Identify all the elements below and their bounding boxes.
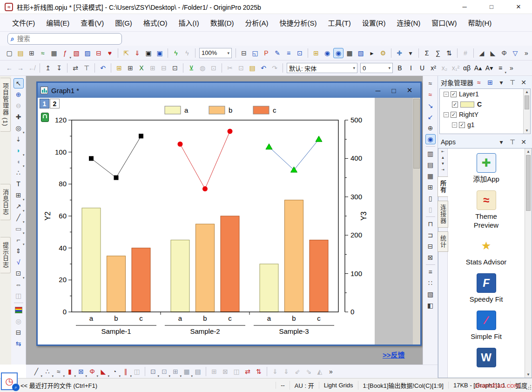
app-item-Stats Advisor[interactable]: ★Stats Advisor (465, 236, 508, 267)
menu-item-8[interactable]: 快捷分析(S) (274, 16, 323, 29)
fit-layers-button[interactable]: ⊠ (220, 366, 230, 377)
visibility-checkbox[interactable]: ✓ (451, 112, 457, 118)
menu-item-2[interactable]: 查看(V) (75, 16, 109, 29)
alignment-button[interactable]: ≡▾ (495, 63, 505, 73)
align-bottom-button[interactable]: ⇓ (270, 366, 280, 377)
zoom-in-graph-button[interactable]: ⊕ (425, 123, 436, 133)
layer-properties-button[interactable]: ▧ (425, 289, 436, 299)
apps-tab-2[interactable]: 统计 (438, 231, 448, 252)
left-dock-tab-2[interactable]: 提示日志 (0, 237, 11, 273)
menu-item-10[interactable]: 设置(R) (357, 16, 391, 29)
menu-item-6[interactable]: 数据(D) (205, 16, 240, 29)
mask-range-tool[interactable]: ◗▾ (13, 145, 24, 155)
annotation-tool[interactable]: ⊞▾ (13, 190, 24, 200)
menu-item-0[interactable]: 文件(F) (7, 16, 40, 29)
line-symbol-plot-button[interactable]: ≈▾ (54, 366, 64, 377)
import-connector-button[interactable]: ⊻ (186, 63, 196, 73)
zoom-in-tool[interactable]: ⊕ (13, 89, 24, 100)
pan-tool[interactable]: ⇕ (13, 246, 24, 256)
data-reader-tool[interactable]: ◎▾ (13, 123, 24, 133)
menu-item-5[interactable]: 插入(I) (173, 16, 205, 29)
swap-layers-button[interactable]: ⇄ (242, 366, 253, 377)
visibility-checkbox[interactable]: ✓ (459, 122, 465, 128)
layer-panel2-button[interactable]: ▤ (425, 160, 436, 170)
set-values-button[interactable]: # (460, 48, 471, 58)
edit-markdown-button[interactable]: ✎ (272, 48, 283, 58)
polyline-tool[interactable]: ⌐▾ (13, 235, 24, 245)
sum-column-button[interactable]: ∑ (433, 48, 443, 58)
add-column-button[interactable]: ✚ (394, 48, 404, 58)
demote-folder-button[interactable]: ↧ (54, 63, 64, 73)
unmask-range-tool[interactable]: ◖▾ (13, 156, 24, 167)
send-to-powerpoint-button[interactable]: P (261, 48, 271, 58)
box-plot-button[interactable]: Φ▾ (87, 366, 97, 377)
lock-icon[interactable] (41, 113, 49, 122)
rectangle-tool[interactable]: ▭▾ (13, 223, 24, 234)
new-function-plot-button[interactable]: ƒ▾ (60, 48, 70, 58)
scatter-plot-button[interactable]: ∴▾ (42, 366, 53, 377)
zoom-out-tool[interactable]: ⊖ (13, 101, 24, 111)
zoom-panel-button[interactable]: ◉ (425, 134, 436, 144)
recent-files-button[interactable]: ◷ ⌕ (1, 372, 18, 390)
layer-grid4-button[interactable]: ⊞ (425, 182, 436, 192)
box-whisker-button[interactable]: Φ (499, 48, 509, 58)
find-button[interactable]: ◉ (322, 48, 332, 58)
script-window-button[interactable]: ▸ (367, 48, 377, 58)
object-manager-row-g1[interactable]: −✓g1 (440, 120, 530, 130)
apps-close-icon[interactable]: ✕ (519, 137, 529, 147)
menu-item-1[interactable]: 编辑(E) (40, 16, 75, 29)
color-scale-tool[interactable] (13, 305, 24, 315)
apps-scroll-arrow-2[interactable]: ▼ (441, 161, 445, 167)
object-manager-row-RightY[interactable]: −✓RightY (440, 109, 530, 120)
pointer-tool[interactable]: ↖ (13, 78, 24, 88)
expander-icon[interactable]: − (444, 112, 449, 117)
menu-item-4[interactable]: 格式(O) (138, 16, 173, 29)
arrange-grid-button[interactable]: ∷ (425, 278, 436, 288)
resize-grip[interactable] (525, 385, 531, 391)
app-item-添加App[interactable]: ✚添加App (465, 153, 508, 184)
feedback-link[interactable]: >>反馈 (383, 350, 405, 359)
plot-ascending-button[interactable]: ◢ (477, 48, 487, 58)
merge-layers-button[interactable]: ⊟ (425, 241, 436, 251)
equation-tool[interactable]: √ (13, 257, 24, 267)
fit-page-button[interactable]: ⊞ (209, 366, 219, 377)
cut-button[interactable]: ✂ (225, 63, 235, 73)
resize-layers-button[interactable]: ⇅ (254, 366, 264, 377)
plot-3d-button[interactable]: ◫ (132, 366, 142, 377)
apps-scroll-arrow-1[interactable]: ▲ (441, 155, 445, 161)
search-box[interactable]: ⌕ (7, 33, 122, 45)
open-template-button[interactable]: ⇱ (121, 48, 131, 58)
new-project-button[interactable]: ▢ (4, 48, 14, 58)
line-plot-button[interactable]: ╱▾ (31, 366, 41, 377)
italic-button[interactable]: I (406, 63, 416, 73)
statistics-column-button[interactable]: Σ (422, 48, 432, 58)
toolbar2-more-button[interactable]: » (506, 63, 517, 73)
maximize-button[interactable]: □ (478, 0, 505, 14)
align-top-button[interactable]: ⇓ (281, 366, 291, 377)
subsuperscript-button[interactable]: x₁² (451, 63, 461, 73)
bottom-more-button[interactable]: » (326, 366, 336, 377)
expander-icon[interactable]: − (452, 122, 457, 128)
run-script-button[interactable]: ϟ (171, 48, 181, 58)
save-project-button[interactable]: ▣ (143, 48, 154, 58)
apps-tab-0[interactable]: 所有 (438, 176, 448, 197)
menu-item-3[interactable]: 图(G) (109, 16, 138, 29)
app-item-Simple Fit[interactable]: ∕Simple Fit (465, 311, 508, 341)
new-2d-graph-button[interactable]: ▧ (71, 48, 81, 58)
bc-annotation-tool[interactable]: ⇆ (13, 338, 24, 349)
stop-script-button[interactable]: ϟ (182, 48, 192, 58)
bold-button[interactable]: B (395, 63, 405, 73)
plot-descending-button[interactable]: ◣ (488, 48, 498, 58)
apps-menu-icon[interactable]: ▾ (496, 137, 506, 147)
align-right2-button[interactable]: ⇘ (303, 366, 314, 377)
hand-axis-tool[interactable]: ⇔ (13, 279, 24, 290)
layer-slider-tool[interactable]: ⊟ (13, 327, 24, 338)
underline-button[interactable]: U (417, 63, 427, 73)
promote-folder-button[interactable]: ↥ (43, 63, 53, 73)
paste-button[interactable]: ▤ (247, 63, 257, 73)
rotate-3d-tool[interactable]: ◫ (13, 291, 24, 301)
font-size-combo[interactable]: 0▾ (360, 63, 393, 73)
object-manager-row-Layer1[interactable]: −✓Layer1 (440, 89, 530, 99)
new-layout-button[interactable]: ⊟ (94, 48, 104, 58)
menu-item-11[interactable]: 连接(N) (391, 16, 426, 29)
